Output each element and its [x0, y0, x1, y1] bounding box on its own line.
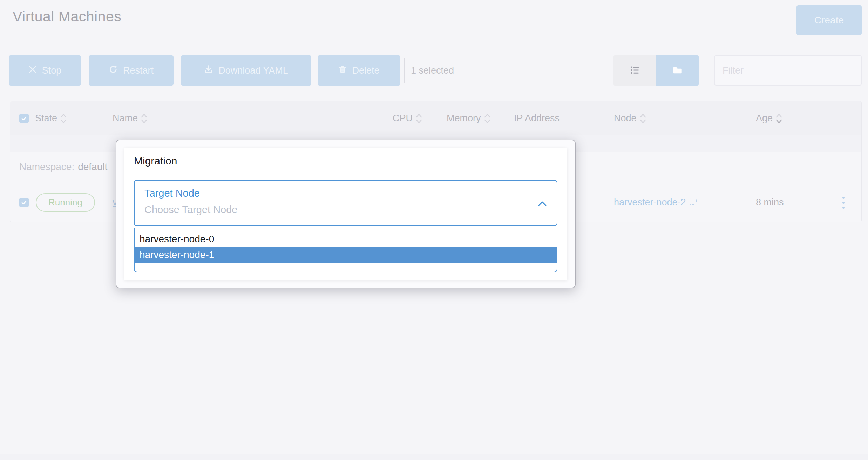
column-header-age[interactable]: Age	[756, 101, 783, 135]
column-header-ip-address-label: IP Address	[514, 113, 560, 124]
status-badge: Running	[36, 193, 95, 212]
modal-divider	[134, 174, 557, 174]
sort-icon	[140, 113, 148, 124]
list-view-button[interactable]	[613, 55, 656, 86]
namespace-prefix: Namespace:	[19, 161, 74, 172]
delete-button[interactable]: Delete	[318, 55, 400, 86]
namespace-value: default	[78, 161, 107, 172]
vm-age-cell: 8 mins	[756, 182, 784, 223]
sort-icon	[639, 113, 647, 124]
column-header-state[interactable]: State	[35, 101, 67, 135]
target-node-select[interactable]: Target Node Choose Target Node	[134, 180, 557, 226]
download-yaml-button-label: Download YAML	[218, 65, 288, 76]
selected-count: 1 selected	[411, 65, 454, 76]
x-icon	[28, 65, 37, 76]
column-header-state-label: State	[35, 113, 57, 124]
select-all-checkbox[interactable]	[19, 101, 29, 135]
toolbar-divider	[404, 58, 405, 83]
migration-modal: Migration Target Node Choose Target Node…	[116, 140, 576, 288]
list-icon	[630, 65, 640, 76]
sort-icon	[60, 113, 67, 124]
copy-icon[interactable]	[690, 198, 698, 207]
dropdown-option-harvester-node-1[interactable]: harvester-node-1	[135, 247, 557, 263]
column-header-cpu-label: CPU	[393, 113, 413, 124]
table-header-row: State Name CPU Memory IP Address	[10, 101, 861, 135]
sort-icon	[483, 113, 491, 124]
node-link[interactable]: harvester-node-2	[614, 197, 686, 208]
age-value: 8 mins	[756, 197, 784, 208]
sort-icon	[775, 113, 783, 124]
column-header-memory[interactable]: Memory	[447, 101, 491, 135]
page-bottom-divider	[0, 454, 868, 460]
create-button[interactable]: Create	[796, 5, 862, 35]
sort-icon	[415, 113, 423, 124]
target-node-dropdown: harvester-node-0 harvester-node-1	[134, 228, 557, 272]
filter-input[interactable]	[714, 55, 862, 86]
kebab-icon	[842, 197, 845, 209]
column-header-node[interactable]: Node	[614, 101, 647, 135]
namespace-group-label: Namespace: default	[19, 152, 107, 182]
vm-node-cell: harvester-node-2	[614, 182, 698, 223]
folder-view-button[interactable]	[656, 55, 699, 86]
delete-button-label: Delete	[352, 65, 379, 76]
refresh-icon	[109, 65, 118, 76]
vm-state-cell: Running	[36, 182, 95, 223]
restart-button-label: Restart	[123, 65, 154, 76]
migration-modal-card: Migration Target Node Choose Target Node…	[124, 148, 567, 280]
stop-button[interactable]: Stop	[9, 55, 81, 86]
download-yaml-button[interactable]: Download YAML	[181, 55, 311, 86]
download-icon	[204, 65, 213, 76]
checkbox-checked-icon	[19, 198, 29, 207]
restart-button[interactable]: Restart	[89, 55, 174, 86]
row-actions-menu-button[interactable]	[840, 195, 847, 211]
column-header-name[interactable]: Name	[113, 101, 148, 135]
column-header-ip-address: IP Address	[514, 101, 560, 135]
column-header-memory-label: Memory	[447, 113, 481, 124]
checkbox-checked-icon	[19, 114, 29, 123]
target-node-select-label: Target Node	[144, 188, 557, 199]
chevron-up-icon[interactable]	[537, 200, 548, 207]
column-header-node-label: Node	[614, 113, 637, 124]
view-toggle	[613, 55, 699, 86]
page-title: Virtual Machines	[13, 8, 121, 25]
modal-title: Migration	[134, 155, 557, 167]
column-header-age-label: Age	[756, 113, 773, 124]
vm-actions-cell	[840, 182, 847, 223]
stop-button-label: Stop	[42, 65, 62, 76]
trash-icon	[338, 65, 347, 76]
folder-icon	[672, 65, 683, 77]
column-header-name-label: Name	[113, 113, 138, 124]
column-header-cpu[interactable]: CPU	[343, 101, 423, 135]
target-node-select-placeholder: Choose Target Node	[144, 204, 557, 216]
row-checkbox[interactable]	[19, 182, 29, 223]
dropdown-option-harvester-node-0[interactable]: harvester-node-0	[135, 231, 557, 247]
